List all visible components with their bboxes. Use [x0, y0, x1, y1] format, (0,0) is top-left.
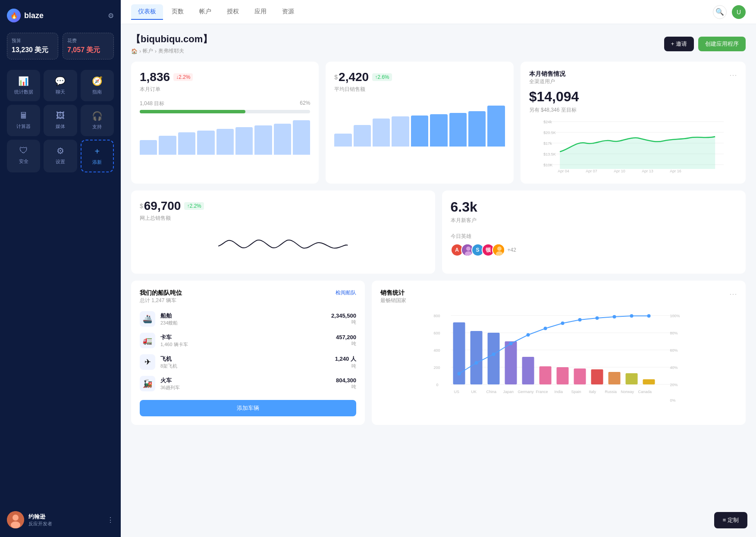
monthly-more-icon[interactable]: ⋯	[729, 70, 737, 85]
x-label-russia: Russia	[605, 390, 617, 394]
train-count: 36趟列车	[160, 384, 331, 391]
x-label-japan: Japan	[503, 390, 514, 394]
bar-germany	[522, 357, 534, 384]
create-app-button[interactable]: 创建应用程序	[698, 37, 746, 51]
train-value: 804,300 吨	[336, 377, 356, 390]
nav-item-stats[interactable]: 📊 统计数据	[7, 70, 40, 101]
svg-text:200: 200	[433, 365, 440, 370]
nav-item-media[interactable]: 🖼 媒体	[44, 105, 77, 136]
truck-info: 卡车 1,460 辆卡车	[160, 334, 331, 348]
security-label: 安全	[19, 158, 28, 165]
tab-auth[interactable]: 授权	[220, 4, 246, 20]
fleet-title: 我们的船队吨位	[140, 289, 182, 297]
bar-9	[293, 120, 310, 155]
budget-label: 预算	[12, 37, 53, 44]
bar-russia	[608, 372, 620, 384]
svg-text:$20.5K: $20.5K	[543, 131, 556, 135]
x-label-us: US	[454, 390, 459, 394]
fleet-link[interactable]: 检阅船队	[336, 289, 356, 297]
sales-stats-subtitle: 最畅销国家	[380, 297, 406, 304]
search-button[interactable]: 🔍	[713, 5, 727, 19]
svg-text:Apr 13: Apr 13	[642, 169, 653, 173]
media-icon: 🖼	[56, 111, 65, 121]
orders-label: 本月订单	[140, 86, 310, 93]
line-dot-france	[543, 327, 547, 330]
breadcrumb-current: 奥弗维耶夫	[158, 47, 184, 55]
user-menu-icon[interactable]: ⋮	[107, 516, 114, 524]
nav-item-security[interactable]: 🛡 安全	[7, 140, 40, 172]
guide-icon: 🧭	[92, 76, 103, 86]
nav-item-add[interactable]: + 添新	[81, 140, 114, 172]
x-label-canada: Canada	[638, 390, 652, 394]
ship-name: 船舶	[160, 312, 326, 320]
nav-item-guide[interactable]: 🧭 指南	[81, 70, 114, 101]
tab-accounts[interactable]: 帐户	[192, 4, 218, 20]
nav-item-chat[interactable]: 💬 聊天	[44, 70, 77, 101]
avg-bar-4	[392, 116, 409, 147]
calculator-label: 计算器	[16, 123, 31, 130]
bar-7	[254, 125, 272, 155]
budget-card: 预算 13,230 美元	[7, 33, 58, 59]
svg-point-19	[466, 247, 471, 251]
bar-canada	[643, 379, 655, 384]
heroes-label: 今日英雄	[451, 233, 737, 240]
total-sales-sparkline	[140, 229, 427, 263]
user-info: 约翰逊 反应开发者	[28, 513, 103, 527]
sidebar-user: 约翰逊 反应开发者 ⋮	[7, 504, 114, 528]
bar-france	[539, 366, 551, 384]
tab-pages[interactable]: 页数	[165, 4, 191, 20]
tab-resources[interactable]: 资源	[275, 4, 301, 20]
x-label-china: China	[486, 390, 496, 394]
nav-item-calculator[interactable]: 🖩 计算器	[7, 105, 40, 136]
progress-bar	[140, 110, 310, 113]
svg-text:Apr 16: Apr 16	[670, 169, 681, 173]
bar-italy	[591, 369, 603, 384]
bar-1	[140, 140, 157, 155]
plane-value: 1,240 人 吨	[335, 355, 356, 369]
bar-norway	[625, 373, 637, 384]
topnav-actions: 🔍 U	[713, 5, 746, 19]
avg-bar-5	[411, 116, 428, 147]
plane-icon: ✈	[140, 354, 155, 370]
bar-uk	[470, 331, 482, 384]
nav-item-support[interactable]: 🎧 支持	[81, 105, 114, 136]
truck-unit: 吨	[336, 340, 356, 347]
fleet-item-plane: ✈ 飞机 8架飞机 1,240 人 吨	[140, 354, 356, 370]
bottom-grid: 我们的船队吨位 总计 1,247 辆车 检阅船队 🚢 船舶 234艘船 2,34…	[131, 281, 746, 425]
svg-point-1	[13, 515, 19, 521]
customize-button[interactable]: ≡ 定制	[714, 512, 747, 528]
new-customers-card: 6.3k 本月新客户 今日英雄 A S 顿 +	[442, 190, 746, 274]
orders-value: 1,836	[140, 70, 170, 84]
invite-button[interactable]: + 邀请	[664, 37, 694, 51]
svg-text:$10K: $10K	[543, 163, 552, 167]
line-dot-uk	[474, 361, 478, 365]
expense-label: 花费	[67, 37, 109, 44]
avg-bar-6	[430, 114, 447, 147]
line-dot-norway	[630, 314, 633, 318]
avg-bar-9	[487, 106, 505, 147]
orders-badge: ↓2.2%	[173, 73, 193, 81]
sales-combo-chart: 800 600 400 200 0 100% 80% 60% 40% 20% 0…	[380, 311, 737, 406]
truck-num: 457,200	[336, 334, 356, 340]
bar-2	[159, 136, 176, 155]
tab-apps[interactable]: 应用	[248, 4, 273, 20]
topnav-tabs: 仪表板 页数 帐户 授权 应用 资源	[131, 4, 713, 20]
bar-china	[487, 333, 499, 384]
svg-text:80%: 80%	[670, 331, 678, 335]
orders-card: 1,836 ↓2.2% 本月订单 1,048 目标 62%	[131, 62, 319, 184]
total-sales-label: 网上总销售额	[140, 215, 427, 222]
train-info: 火车 36趟列车	[160, 377, 331, 391]
svg-point-22	[497, 247, 502, 251]
nav-item-settings[interactable]: ⚙ 设置	[44, 140, 77, 172]
topnav-avatar[interactable]: U	[732, 5, 746, 19]
stats-grid: 1,836 ↓2.2% 本月订单 1,048 目标 62%	[131, 62, 746, 184]
progress-pct: 62%	[300, 100, 310, 107]
heroes-avatars: A S 顿 +42	[451, 244, 737, 256]
sidebar-settings-icon[interactable]: ⚙	[108, 12, 114, 20]
sales-stats-more-icon[interactable]: ⋯	[729, 289, 737, 299]
progress-target: 1,048 目标	[140, 100, 164, 107]
support-label: 支持	[92, 124, 102, 130]
avg-sales-label: 平均日销售额	[334, 86, 505, 93]
add-vehicle-button[interactable]: 添加车辆	[140, 400, 356, 416]
tab-dashboard[interactable]: 仪表板	[131, 4, 163, 20]
